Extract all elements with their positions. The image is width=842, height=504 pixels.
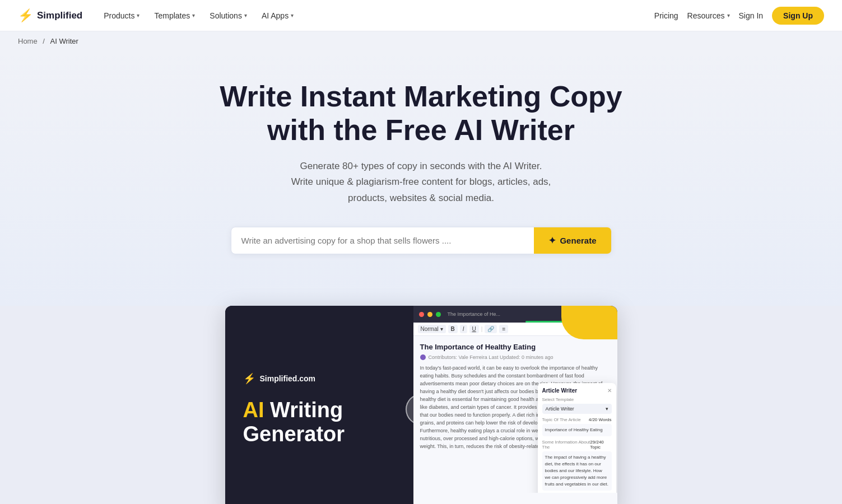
- panel-select-label: Select Template: [542, 397, 612, 402]
- article-meta: Contributors: Vale Ferreira Last Updated…: [429, 354, 553, 360]
- panel-title: Article Writer: [542, 388, 578, 394]
- nav-ai-apps[interactable]: AI Apps ▾: [256, 8, 299, 24]
- panel-topic-value[interactable]: Importance of Healthy Eating: [542, 424, 612, 436]
- video-logo-row: ⚡ Simplified.com: [243, 372, 411, 385]
- editor-content: The Importance of Healthy Eating Contrib…: [413, 336, 617, 493]
- brand-name: Simplified: [37, 10, 82, 21]
- breadcrumb-home[interactable]: Home: [18, 37, 38, 45]
- hero-section: Write Instant Marketing Copy with the Fr…: [0, 51, 842, 306]
- video-left-panel: ⚡ Simplified.com AI WritingGenerator: [225, 306, 429, 504]
- generate-icon: ✦: [548, 235, 556, 246]
- video-container: ⚡ Simplified.com AI WritingGenerator The…: [225, 306, 617, 504]
- nav-templates[interactable]: Templates ▾: [148, 8, 201, 24]
- article-writer-panel: Article Writer ✕ Select Template Article…: [538, 383, 616, 493]
- video-title-ai: AI: [243, 398, 264, 422]
- nav-right: Pricing Resources ▾ Sign In Sign Up: [654, 7, 824, 25]
- chevron-down-icon: ▾: [244, 12, 247, 18]
- author-row: Contributors: Vale Ferreira Last Updated…: [420, 354, 611, 360]
- nav-solutions[interactable]: Solutions ▾: [204, 8, 253, 24]
- panel-close-button[interactable]: ✕: [607, 388, 612, 394]
- toolbar-align[interactable]: ≡: [499, 325, 508, 333]
- chevron-down-icon: ▾: [727, 12, 730, 18]
- search-container: ✦ Generate: [11, 227, 831, 254]
- generate-button[interactable]: ✦ Generate: [534, 227, 611, 254]
- hero-title: Write Instant Marketing Copy with the Fr…: [203, 80, 640, 147]
- video-logo-text: Simplified.com: [260, 374, 316, 383]
- editor-dot-green: [436, 312, 441, 317]
- toolbar-italic[interactable]: I: [460, 325, 467, 333]
- accent-shape: [561, 306, 617, 339]
- toolbar-bold[interactable]: B: [448, 325, 458, 333]
- nav-resources[interactable]: Resources ▾: [687, 11, 730, 20]
- breadcrumb-separator: /: [43, 37, 45, 45]
- nav-products[interactable]: Products ▾: [98, 8, 145, 24]
- nav-pricing[interactable]: Pricing: [654, 11, 678, 20]
- chevron-down-icon: ▾: [291, 12, 294, 18]
- video-logo-icon: ⚡: [243, 372, 255, 385]
- toolbar-underline[interactable]: U: [469, 325, 479, 333]
- panel-template-select[interactable]: Article Writer ▾: [542, 404, 612, 414]
- nav-signin[interactable]: Sign In: [739, 11, 764, 20]
- nav-links: Products ▾ Templates ▾ Solutions ▾ AI Ap…: [98, 8, 654, 24]
- toolbar-normal[interactable]: Normal ▾: [418, 325, 446, 333]
- toolbar-link[interactable]: 🔗: [485, 325, 497, 333]
- chevron-down-icon: ▾: [606, 406, 608, 412]
- panel-header: Article Writer ✕: [542, 388, 612, 394]
- breadcrumb-current: AI Writer: [50, 37, 78, 45]
- editor-dot-yellow: [427, 312, 432, 317]
- chevron-down-icon: ▾: [137, 12, 139, 18]
- search-input[interactable]: [231, 228, 534, 253]
- breadcrumb: Home / AI Writer: [0, 31, 842, 51]
- panel-topic-row: Topic Of The Article 4/20 Words: [542, 417, 612, 422]
- hero-subtitle: Generate 80+ types of copy in seconds wi…: [259, 158, 584, 207]
- brand-logo[interactable]: ⚡ Simplified: [18, 8, 82, 23]
- panel-info-value[interactable]: The impact of having a healthy diet, the…: [542, 451, 612, 491]
- nav-signup-button[interactable]: Sign Up: [772, 7, 824, 25]
- chevron-down-icon: ▾: [192, 12, 195, 18]
- article-title: The Importance of Healthy Eating: [420, 343, 611, 351]
- author-avatar: [420, 354, 426, 360]
- logo-icon: ⚡: [18, 8, 33, 23]
- video-section: ⚡ Simplified.com AI WritingGenerator The…: [0, 306, 842, 504]
- panel-info-row: Some Information About The 29/240 Topic: [542, 440, 612, 450]
- video-title: AI WritingGenerator: [243, 398, 411, 447]
- search-bar: ✦ Generate: [231, 227, 612, 254]
- navbar: ⚡ Simplified Products ▾ Templates ▾ Solu…: [0, 0, 842, 31]
- editor-dot-red: [419, 312, 424, 317]
